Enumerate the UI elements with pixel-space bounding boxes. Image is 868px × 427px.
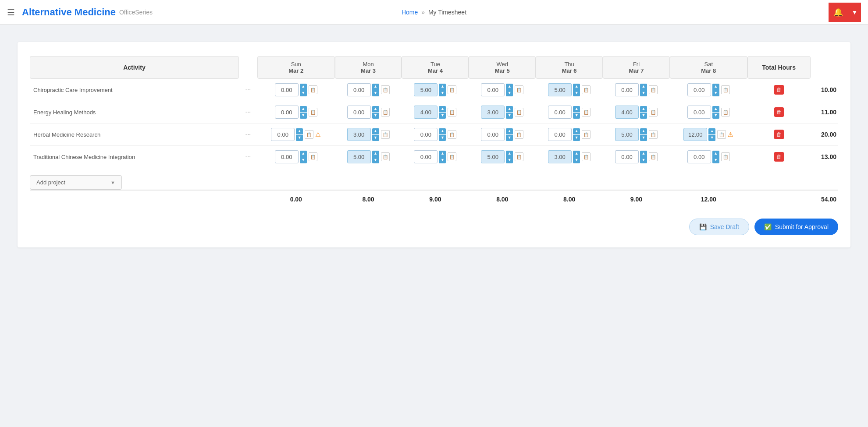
note-icon-1-1[interactable]: 📋 [381, 108, 390, 116]
hours-input-1-2[interactable] [414, 106, 438, 119]
spin-up-0-6[interactable]: ▲ [712, 84, 719, 90]
hours-input-3-3[interactable] [481, 150, 505, 163]
hours-input-1-3[interactable] [481, 106, 505, 119]
row-menu-0[interactable]: ··· [239, 79, 257, 101]
row-menu-1[interactable]: ··· [239, 101, 257, 124]
spin-up-1-0[interactable]: ▲ [300, 106, 307, 112]
spin-up-2-4[interactable]: ▲ [573, 128, 580, 134]
hours-input-2-0[interactable] [271, 128, 295, 141]
note-icon-0-0[interactable]: 📋 [309, 85, 317, 94]
note-icon-2-3[interactable]: 📋 [515, 130, 523, 139]
hours-input-2-2[interactable] [414, 128, 438, 141]
note-icon-0-3[interactable]: 📋 [515, 85, 523, 94]
spin-down-3-1[interactable]: ▼ [372, 157, 379, 163]
spin-up-0-0[interactable]: ▲ [300, 84, 307, 90]
hours-input-3-4[interactable] [548, 150, 572, 163]
spin-up-2-5[interactable]: ▲ [640, 128, 647, 134]
spin-down-3-0[interactable]: ▼ [300, 157, 307, 163]
spin-down-1-2[interactable]: ▼ [439, 113, 446, 119]
hours-input-1-1[interactable] [347, 106, 371, 119]
note-icon-2-5[interactable]: 📋 [649, 130, 658, 139]
hours-input-2-5[interactable] [615, 128, 639, 141]
note-icon-3-6[interactable]: 📋 [721, 152, 730, 161]
note-icon-2-1[interactable]: 📋 [381, 130, 390, 139]
hours-input-2-3[interactable] [481, 128, 505, 141]
note-icon-3-0[interactable]: 📋 [309, 152, 317, 161]
hours-input-0-0[interactable] [275, 83, 299, 96]
spin-down-3-4[interactable]: ▼ [573, 157, 580, 163]
spin-up-1-5[interactable]: ▲ [640, 106, 647, 112]
hours-input-3-6[interactable] [687, 150, 711, 163]
spin-down-3-6[interactable]: ▼ [712, 157, 719, 163]
hours-input-0-4[interactable] [548, 83, 572, 96]
note-icon-2-4[interactable]: 📋 [582, 130, 591, 139]
hours-input-3-1[interactable] [347, 150, 371, 163]
delete-row-1[interactable]: 🗑 [774, 107, 784, 117]
spin-down-0-0[interactable]: ▼ [300, 90, 307, 96]
spin-down-2-3[interactable]: ▼ [506, 135, 513, 141]
note-icon-0-4[interactable]: 📋 [582, 85, 591, 94]
spin-up-3-0[interactable]: ▲ [300, 151, 307, 157]
spin-up-0-5[interactable]: ▲ [640, 84, 647, 90]
note-icon-3-2[interactable]: 📋 [448, 152, 456, 161]
note-icon-2-0[interactable]: 📋 [305, 130, 313, 139]
note-icon-0-6[interactable]: 📋 [721, 85, 730, 94]
spin-up-3-5[interactable]: ▲ [640, 151, 647, 157]
hours-input-1-0[interactable] [275, 106, 299, 119]
spin-up-3-3[interactable]: ▲ [506, 151, 513, 157]
hours-input-0-6[interactable] [687, 83, 711, 96]
spin-down-2-6[interactable]: ▼ [708, 135, 715, 141]
note-icon-3-5[interactable]: 📋 [649, 152, 658, 161]
delete-row-3[interactable]: 🗑 [774, 152, 784, 162]
spin-down-0-5[interactable]: ▼ [640, 90, 647, 96]
spin-up-3-4[interactable]: ▲ [573, 151, 580, 157]
hours-input-1-5[interactable] [615, 106, 639, 119]
hours-input-3-2[interactable] [414, 150, 438, 163]
spin-down-1-3[interactable]: ▼ [506, 113, 513, 119]
row-menu-3[interactable]: ··· [239, 146, 257, 168]
spin-up-0-4[interactable]: ▲ [573, 84, 580, 90]
spin-down-1-6[interactable]: ▼ [712, 113, 719, 119]
note-icon-0-2[interactable]: 📋 [448, 85, 456, 94]
note-icon-1-0[interactable]: 📋 [309, 108, 317, 116]
note-icon-3-1[interactable]: 📋 [381, 152, 390, 161]
spin-up-1-6[interactable]: ▲ [712, 106, 719, 112]
spin-up-2-2[interactable]: ▲ [439, 128, 446, 134]
spin-up-0-3[interactable]: ▲ [506, 84, 513, 90]
spin-up-1-2[interactable]: ▲ [439, 106, 446, 112]
note-icon-1-3[interactable]: 📋 [515, 108, 523, 116]
note-icon-2-6[interactable]: 📋 [717, 130, 726, 139]
spin-down-0-3[interactable]: ▼ [506, 90, 513, 96]
note-icon-1-2[interactable]: 📋 [448, 108, 456, 116]
note-icon-3-3[interactable]: 📋 [515, 152, 523, 161]
delete-row-2[interactable]: 🗑 [774, 130, 784, 139]
spin-down-2-1[interactable]: ▼ [372, 135, 379, 141]
spin-down-1-0[interactable]: ▼ [300, 113, 307, 119]
hours-input-3-5[interactable] [615, 150, 639, 163]
user-dropdown-button[interactable]: ▼ [848, 3, 861, 22]
spin-up-0-1[interactable]: ▲ [372, 84, 379, 90]
note-icon-2-2[interactable]: 📋 [448, 130, 456, 139]
nav-home[interactable]: Home [402, 9, 418, 16]
hours-input-0-5[interactable] [615, 83, 639, 96]
spin-down-3-5[interactable]: ▼ [640, 157, 647, 163]
spin-up-1-1[interactable]: ▲ [372, 106, 379, 112]
hours-input-2-4[interactable] [548, 128, 572, 141]
spin-down-0-4[interactable]: ▼ [573, 90, 580, 96]
note-icon-0-5[interactable]: 📋 [649, 85, 658, 94]
hours-input-0-3[interactable] [481, 83, 505, 96]
hours-input-1-6[interactable] [687, 106, 711, 119]
save-draft-button[interactable]: 💾 Save Draft [689, 219, 749, 235]
spin-up-0-2[interactable]: ▲ [439, 84, 446, 90]
spin-down-1-1[interactable]: ▼ [372, 113, 379, 119]
spin-up-1-4[interactable]: ▲ [573, 106, 580, 112]
note-icon-1-6[interactable]: 📋 [721, 108, 730, 116]
spin-up-2-0[interactable]: ▲ [296, 128, 303, 134]
spin-up-2-1[interactable]: ▲ [372, 128, 379, 134]
hours-input-2-1[interactable] [347, 128, 371, 141]
spin-up-3-2[interactable]: ▲ [439, 151, 446, 157]
spin-up-2-3[interactable]: ▲ [506, 128, 513, 134]
spin-down-0-6[interactable]: ▼ [712, 90, 719, 96]
spin-down-1-4[interactable]: ▼ [573, 113, 580, 119]
spin-down-2-0[interactable]: ▼ [296, 135, 303, 141]
